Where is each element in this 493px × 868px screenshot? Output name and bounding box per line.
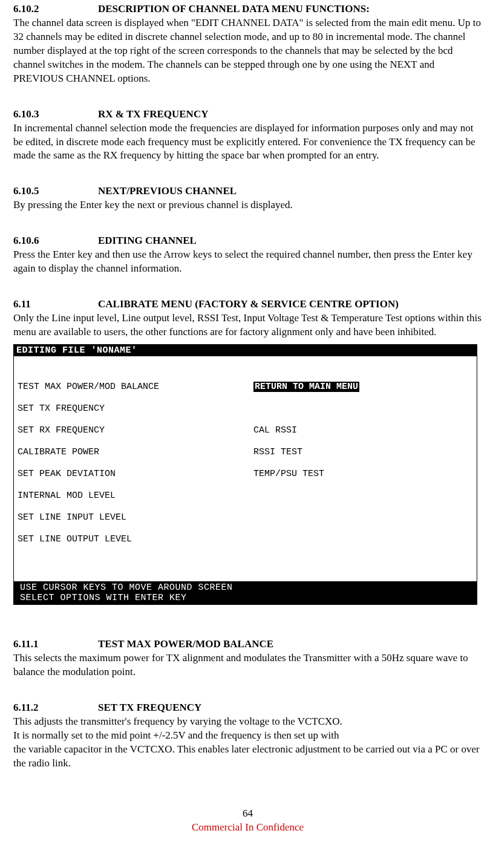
body-6-10-5: By pressing the Enter key the next or pr… — [13, 198, 482, 212]
terminal-menu-item: INTERNAL MOD LEVEL — [18, 491, 253, 500]
heading-number: 6.10.5 — [13, 184, 98, 198]
terminal-menu-item-selected: RETURN TO MAIN MENU — [253, 382, 359, 391]
terminal-menu-item: TEST MAX POWER/MOD BALANCE — [18, 382, 253, 391]
terminal-screenshot: EDITING FILE 'NONAME' TEST MAX POWER/MOD… — [13, 344, 477, 605]
terminal-body: TEST MAX POWER/MOD BALANCE RETURN TO MAI… — [14, 356, 477, 581]
heading-6-11: 6.11CALIBRATE MENU (FACTORY & SERVICE CE… — [13, 298, 482, 312]
terminal-menu-item: SET LINE OUTPUT LEVEL — [18, 535, 253, 544]
body-6-10-6: Press the Enter key and then use the Arr… — [13, 248, 482, 276]
heading-6-10-6: 6.10.6EDITING CHANNEL — [13, 234, 482, 248]
heading-title: DESCRIPTION OF CHANNEL DATA MENU FUNCTIO… — [98, 3, 370, 15]
body-6-10-3: In incremental channel selection mode th… — [13, 122, 482, 163]
terminal-menu-item: SET PEAK DEVIATION — [18, 469, 253, 478]
heading-6-11-1: 6.11.1TEST MAX POWER/MOD BALANCE — [13, 638, 482, 651]
heading-6-11-2: 6.11.2SET TX FREQUENCY — [13, 701, 482, 715]
terminal-menu-item: SET TX FREQUENCY — [18, 404, 253, 413]
terminal-menu-item: TEMP/PSU TEST — [253, 469, 324, 478]
page-number: 64 — [13, 807, 482, 821]
body-6-11-1: This selects the maximum power for TX al… — [13, 651, 482, 679]
terminal-menu-item: SET LINE INPUT LEVEL — [18, 513, 253, 522]
heading-title: SET TX FREQUENCY — [98, 702, 201, 713]
heading-number: 6.11 — [13, 298, 98, 312]
body-6-11-2: This adjusts the transmitter's frequency… — [13, 715, 482, 771]
confidential-notice: Commercial In Confidence — [13, 821, 482, 835]
terminal-menu-item: CAL RSSI — [253, 426, 297, 435]
heading-number: 6.10.3 — [13, 108, 98, 122]
heading-number: 6.11.1 — [13, 638, 98, 651]
terminal-titlebar: EDITING FILE 'NONAME' — [14, 345, 477, 356]
heading-6-10-3: 6.10.3RX & TX FREQUENCY — [13, 108, 482, 122]
terminal-menu-item: CALIBRATE POWER — [18, 448, 253, 457]
heading-title: CALIBRATE MENU (FACTORY & SERVICE CENTRE… — [98, 298, 399, 310]
heading-title: TEST MAX POWER/MOD BALANCE — [98, 638, 273, 650]
heading-number: 6.11.2 — [13, 701, 98, 715]
body-6-10-2: The channel data screen is displayed whe… — [13, 16, 482, 86]
terminal-menu-item: RSSI TEST — [253, 448, 302, 457]
heading-number: 6.10.2 — [13, 2, 98, 16]
page-footer: 64 Commercial In Confidence — [13, 807, 482, 835]
heading-title: NEXT/PREVIOUS CHANNEL — [98, 185, 237, 197]
heading-title: EDITING CHANNEL — [98, 235, 197, 246]
heading-title: RX & TX FREQUENCY — [98, 108, 208, 120]
heading-number: 6.10.6 — [13, 234, 98, 248]
heading-6-10-2: 6.10.2DESCRIPTION OF CHANNEL DATA MENU F… — [13, 2, 482, 16]
terminal-menu-item: SET RX FREQUENCY — [18, 426, 253, 435]
terminal-footer: USE CURSOR KEYS TO MOVE AROUND SCREEN SE… — [14, 581, 477, 605]
heading-6-10-5: 6.10.5NEXT/PREVIOUS CHANNEL — [13, 184, 482, 198]
body-6-11: Only the Line input level, Line output l… — [13, 312, 482, 339]
